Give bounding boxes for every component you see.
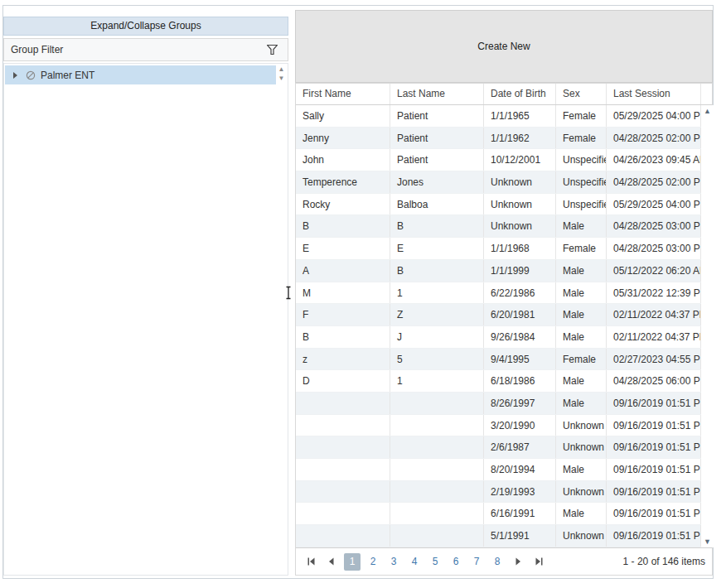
table-row[interactable]: D16/18/1986Male04/28/2025 06:00 PM: [296, 370, 701, 393]
create-new-button[interactable]: Create New: [295, 10, 713, 83]
table-cell: 5/1/1991: [484, 525, 556, 547]
pager-page-2[interactable]: 2: [365, 553, 381, 571]
scroll-down-icon[interactable]: ▼: [276, 74, 287, 83]
tree-scrollbar[interactable]: ▲ ▼: [276, 65, 287, 83]
table-row[interactable]: 2/19/1993Unknown09/16/2019 01:51 PM: [296, 481, 701, 504]
table-cell: 04/28/2025 02:00 PM: [607, 171, 701, 193]
table-row[interactable]: 5/1/1991Unknown09/16/2019 01:51 PM: [296, 525, 701, 547]
pager-page-1[interactable]: 1: [344, 553, 361, 571]
tree-item-palmer-ent[interactable]: Palmer ENT: [5, 65, 276, 84]
table-cell: J: [390, 326, 484, 348]
table-cell: Male: [556, 260, 607, 282]
column-header-date-of-birth[interactable]: Date of Birth: [484, 84, 556, 104]
table-row[interactable]: TemperenceJonesUnknownUnspecified04/28/2…: [296, 171, 701, 194]
column-header-sex[interactable]: Sex: [556, 84, 607, 104]
expand-arrow-icon[interactable]: [13, 72, 17, 79]
table-row[interactable]: 6/16/1991Male09/16/2019 01:51 PM: [296, 503, 701, 525]
table-cell: 1: [390, 370, 484, 392]
scroll-down-icon[interactable]: ▼: [704, 536, 711, 547]
table-row[interactable]: 2/6/1987Unknown09/16/2019 01:51 PM: [296, 436, 701, 459]
table-row[interactable]: JennyPatient1/1/1962Female04/28/2025 02:…: [296, 128, 701, 150]
table-cell: 6/22/1986: [484, 282, 556, 304]
pager-first-button[interactable]: [302, 553, 319, 571]
table-cell: 2/6/1987: [484, 436, 556, 458]
column-header-last-name[interactable]: Last Name: [390, 84, 484, 104]
table-cell: 2/19/1993: [484, 481, 556, 503]
expand-collapse-groups-button[interactable]: Expand/Collapse Groups: [3, 17, 288, 36]
app-window: Expand/Collapse Groups Group Filter Palm…: [2, 5, 714, 579]
pager-page-6[interactable]: 6: [448, 553, 464, 571]
table-row[interactable]: 8/26/1997Male09/16/2019 01:51 PM: [296, 393, 701, 415]
grid-scrollbar[interactable]: ▲ ▼: [701, 105, 714, 547]
pager-page-3[interactable]: 3: [385, 553, 402, 571]
table-cell: E: [390, 238, 484, 259]
table-cell: Unknown: [556, 436, 607, 458]
pager-pages: 12345678: [344, 553, 506, 571]
table-cell: 9/26/1984: [484, 326, 556, 348]
table-cell: A: [296, 260, 390, 282]
table-cell: 09/16/2019 01:51 PM: [607, 415, 701, 436]
table-cell: 05/12/2022 06:20 AM: [607, 260, 701, 282]
table-row[interactable]: 8/20/1994Male09/16/2019 01:51 PM: [296, 459, 701, 481]
table-cell: 5: [390, 349, 484, 370]
table-row[interactable]: JohnPatient10/12/2001Unspecified04/26/20…: [296, 149, 701, 171]
table-cell: Unspecified: [556, 194, 607, 215]
table-cell: Unspecified: [556, 149, 607, 171]
table-cell: Male: [556, 503, 607, 524]
table-cell: 04/28/2025 06:00 PM: [607, 370, 701, 392]
table-cell: 1/1/1999: [484, 260, 556, 282]
pager-last-button[interactable]: [530, 553, 547, 571]
column-header-last-session[interactable]: Last Session: [607, 84, 701, 104]
table-cell: [296, 415, 390, 436]
table-cell: [390, 459, 484, 480]
scroll-up-icon[interactable]: ▲: [276, 65, 287, 74]
table-cell: Male: [556, 282, 607, 304]
pager-first-icon: [307, 557, 316, 566]
table-cell: Jenny: [296, 128, 390, 149]
group-tree: Palmer ENT ▲ ▼: [3, 63, 288, 576]
pager-page-8[interactable]: 8: [489, 553, 506, 571]
table-cell: 6/18/1986: [484, 370, 556, 392]
table-row[interactable]: BBUnknownMale04/28/2025 03:00 PM: [296, 215, 701, 238]
table-cell: z: [296, 349, 390, 370]
table-cell: [390, 436, 484, 458]
table-cell: B: [390, 260, 484, 282]
table-row[interactable]: SallyPatient1/1/1965Female05/29/2025 04:…: [296, 105, 701, 128]
table-header-row: First NameLast NameDate of BirthSexLast …: [296, 84, 712, 105]
pager-prev-button[interactable]: [323, 553, 340, 571]
table-row[interactable]: 3/20/1990Unknown09/16/2019 01:51 PM: [296, 415, 701, 437]
table-cell: 6/20/1981: [484, 304, 556, 325]
table-cell: 8/26/1997: [484, 393, 556, 414]
table-row[interactable]: BJ9/26/1984Male02/11/2022 04:37 PM: [296, 326, 701, 349]
scroll-up-icon[interactable]: ▲: [704, 105, 711, 117]
column-header-first-name[interactable]: First Name: [296, 84, 390, 104]
table-row[interactable]: EE1/1/1968Female04/28/2025 03:00 PM: [296, 238, 701, 260]
table-cell: Female: [556, 238, 607, 259]
table-cell: 9/4/1995: [484, 349, 556, 370]
table-row[interactable]: RockyBalboaUnknownUnspecified05/29/2025 …: [296, 194, 701, 216]
table-cell: Unknown: [484, 215, 556, 237]
table-body: SallyPatient1/1/1965Female05/29/2025 04:…: [296, 105, 714, 547]
table-cell: 05/29/2025 04:00 PM: [607, 194, 701, 215]
table-cell: 8/20/1994: [484, 459, 556, 480]
table-cell: Unknown: [556, 525, 607, 547]
group-filter-label: Group Filter: [11, 44, 263, 55]
pager-page-4[interactable]: 4: [406, 553, 423, 571]
table-row[interactable]: AB1/1/1999Male05/12/2022 06:20 AM: [296, 260, 701, 282]
table-cell: 09/16/2019 01:51 PM: [607, 481, 701, 503]
table-cell: 04/28/2025 03:00 PM: [607, 215, 701, 237]
table-cell: 04/28/2025 03:00 PM: [607, 238, 701, 259]
table-cell: B: [296, 215, 390, 237]
table-cell: [296, 459, 390, 480]
pager-next-button[interactable]: [510, 553, 526, 571]
pager-page-5[interactable]: 5: [427, 553, 443, 571]
table-cell: 6/16/1991: [484, 503, 556, 524]
filter-button[interactable]: [263, 41, 281, 58]
table-row[interactable]: z59/4/1995Female02/27/2023 04:55 PM: [296, 349, 701, 371]
table-row[interactable]: M16/22/1986Male05/31/2022 12:39 PM: [296, 282, 701, 305]
pager-page-7[interactable]: 7: [468, 553, 485, 571]
pager-info: 1 - 20 of 146 items: [623, 556, 705, 567]
table-cell: 1/1/1965: [484, 105, 556, 127]
filter-icon: [267, 45, 278, 55]
table-row[interactable]: FZ6/20/1981Male02/11/2022 04:37 PM: [296, 304, 701, 326]
